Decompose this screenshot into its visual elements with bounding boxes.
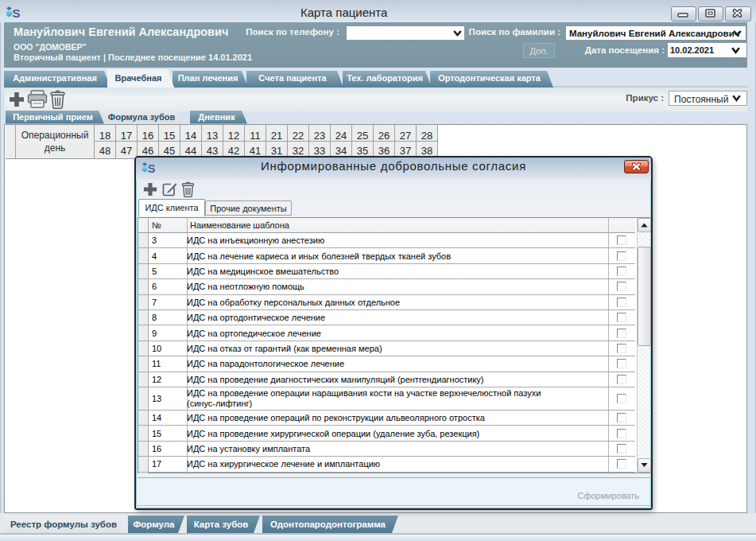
svg-text:S: S — [148, 162, 155, 175]
svg-text:S: S — [12, 6, 20, 20]
